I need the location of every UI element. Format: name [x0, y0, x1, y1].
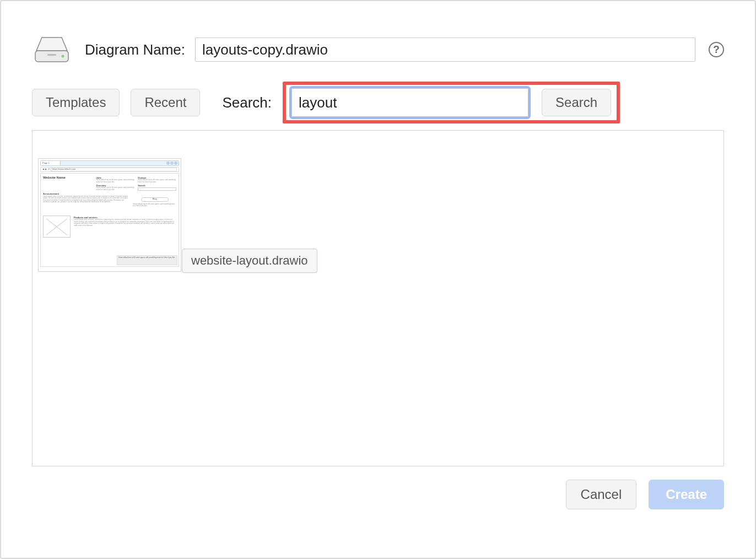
template-tooltip: website-layout.drawio	[182, 249, 317, 273]
recent-button[interactable]: Recent	[131, 89, 200, 116]
preview-site-title: Website Name	[43, 176, 93, 180]
cancel-button[interactable]: Cancel	[566, 480, 637, 509]
new-diagram-dialog: Diagram Name: ? Templates Recent Search:…	[0, 0, 756, 559]
template-item[interactable]: Page 1 ◀▶⟳ https://www.default.com Websi…	[38, 158, 181, 272]
preview-tab: Page 1	[41, 161, 61, 165]
search-input[interactable]	[291, 88, 528, 117]
help-icon[interactable]: ?	[709, 42, 724, 57]
results-panel: Page 1 ◀▶⟳ https://www.default.com Websi…	[32, 130, 724, 466]
svg-point-2	[62, 55, 64, 58]
search-button[interactable]: Search	[542, 89, 611, 116]
footer-row: Cancel Create	[32, 480, 724, 509]
templates-button[interactable]: Templates	[32, 89, 120, 116]
svg-rect-1	[47, 54, 56, 56]
search-highlight: Search	[283, 82, 620, 123]
drive-icon	[32, 34, 72, 65]
diagram-name-input[interactable]	[195, 37, 695, 62]
header-row: Diagram Name: ?	[32, 34, 724, 65]
search-label: Search:	[222, 94, 272, 111]
controls-row: Templates Recent Search: Search	[32, 82, 724, 123]
create-button[interactable]: Create	[649, 480, 724, 509]
preview-url: https://www.default.com	[51, 168, 177, 171]
template-preview: Page 1 ◀▶⟳ https://www.default.com Websi…	[39, 159, 181, 271]
diagram-name-label: Diagram Name:	[85, 41, 185, 58]
